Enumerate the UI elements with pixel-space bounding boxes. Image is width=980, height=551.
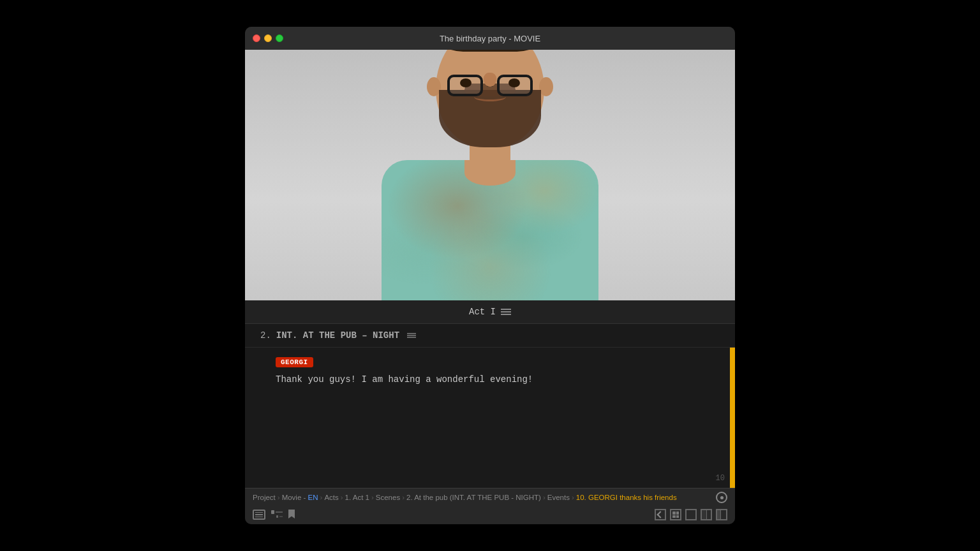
toolbar-bottom xyxy=(245,506,735,524)
page-number: 10 xyxy=(716,474,725,483)
status-bar: Project › Movie - EN › Acts › 1. Act 1 ›… xyxy=(245,488,735,506)
toolbar-left xyxy=(253,510,295,520)
settings-button[interactable] xyxy=(716,492,727,503)
bookmark-icon[interactable] xyxy=(288,510,295,520)
breadcrumb-scenes: Scenes xyxy=(376,494,400,501)
character-badge: GEORGI xyxy=(276,357,313,367)
titlebar: The birthday party - MOVIE xyxy=(245,27,735,50)
status-right xyxy=(716,492,727,503)
scene-number: 2. xyxy=(260,330,271,341)
dialogue-section: GEORGI Thank you guys! I am having a won… xyxy=(245,348,735,488)
breadcrumb-movie: Movie - EN xyxy=(282,494,318,501)
character-badge-wrapper: GEORGI xyxy=(276,355,720,372)
close-button[interactable] xyxy=(253,34,260,42)
window-title: The birthday party - MOVIE xyxy=(440,34,540,43)
breadcrumb-project: Project xyxy=(253,494,276,501)
act-header: Act I xyxy=(245,300,735,324)
hierarchy-icon[interactable] xyxy=(271,510,283,520)
character-portrait xyxy=(245,50,735,300)
sidebar-toggle-icon[interactable] xyxy=(716,509,727,520)
act-title: Act I xyxy=(469,307,496,317)
minimize-button[interactable] xyxy=(264,34,272,42)
content-area: Act I 2. INT. AT THE PUB – NIGHT GEORGI … xyxy=(245,50,735,488)
expand-icon[interactable] xyxy=(655,509,666,520)
script-icon[interactable] xyxy=(253,510,265,520)
scrollbar[interactable] xyxy=(730,348,735,488)
breadcrumb-acts: Acts xyxy=(324,494,338,501)
breadcrumb: Project › Movie - EN › Acts › 1. Act 1 ›… xyxy=(253,494,677,501)
scene-heading: INT. AT THE PUB – NIGHT xyxy=(276,330,399,341)
grid-icon[interactable] xyxy=(670,509,681,520)
breadcrumb-scene2: 2. At the pub (INT. AT THE PUB - NIGHT) xyxy=(406,494,541,501)
main-window: The birthday party - MOVIE xyxy=(245,27,735,524)
scene-menu-icon[interactable] xyxy=(407,333,416,338)
dialogue-text: Thank you guys! I am having a wonderful … xyxy=(276,372,720,386)
breadcrumb-current: 10. GEORGI thanks his friends xyxy=(576,494,677,501)
toolbar-right xyxy=(655,509,727,520)
panel-icon[interactable] xyxy=(685,509,697,520)
traffic-lights xyxy=(253,34,283,42)
act-menu-icon[interactable] xyxy=(501,309,511,315)
breadcrumb-events: Events xyxy=(547,494,570,501)
breadcrumb-act1: 1. Act 1 xyxy=(345,494,369,501)
scene-line: 2. INT. AT THE PUB – NIGHT xyxy=(245,324,735,348)
split-icon[interactable] xyxy=(701,509,712,520)
portrait-section xyxy=(245,50,735,300)
maximize-button[interactable] xyxy=(276,34,283,42)
script-section: Act I 2. INT. AT THE PUB – NIGHT GEORGI … xyxy=(245,300,735,488)
